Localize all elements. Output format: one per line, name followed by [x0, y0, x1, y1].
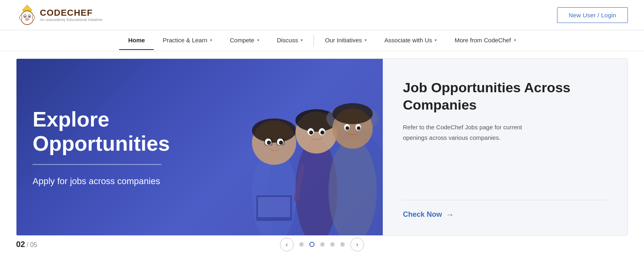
banner-left-panel: Explore Opportunities Apply for jobs acr… — [17, 59, 383, 235]
prev-arrow-button[interactable]: ‹ — [280, 238, 294, 251]
svg-point-8 — [20, 16, 22, 20]
new-user-button[interactable]: New User / Login — [557, 7, 628, 23]
svg-point-17 — [279, 141, 283, 145]
svg-point-6 — [29, 16, 30, 17]
nav-item-associate[interactable]: Associate with Us ▾ — [376, 31, 446, 50]
nav-item-home[interactable]: Home — [119, 31, 154, 50]
logo-codechef-text: CODECHEF — [40, 8, 103, 18]
nav-compete-label: Compete — [230, 37, 254, 44]
slide-separator: / — [27, 241, 28, 249]
banner-right-divider — [403, 200, 607, 200]
dot-2[interactable] — [310, 242, 315, 247]
logo: CODECHEF An unacademy Educational Initia… — [16, 4, 103, 26]
dot-4[interactable] — [330, 242, 335, 247]
banner-subtitle: Apply for jobs across companies — [33, 176, 246, 187]
initiatives-chevron-icon: ▾ — [365, 38, 367, 42]
nav-discuss-label: Discuss — [277, 37, 298, 44]
svg-rect-22 — [258, 197, 290, 217]
svg-point-34 — [332, 103, 373, 124]
svg-point-16 — [267, 141, 271, 145]
svg-point-28 — [309, 131, 313, 135]
logo-icon — [16, 4, 38, 26]
nav-more-label: More from CodeChef — [454, 37, 511, 44]
dot-5[interactable] — [341, 242, 345, 247]
banner-right-panel: Job Opportunities Across Companies Refer… — [383, 59, 627, 235]
more-chevron-icon: ▾ — [514, 38, 516, 42]
nav-home-label: Home — [128, 37, 145, 44]
next-arrow-button[interactable]: › — [351, 238, 364, 251]
check-now-arrow-icon: → — [446, 210, 454, 219]
banner-right-content: Job Opportunities Across Companies Refer… — [403, 79, 607, 143]
check-now-link[interactable]: Check Now → — [403, 210, 607, 219]
logo-text-block: CODECHEF An unacademy Educational Initia… — [40, 8, 103, 22]
banner-right-title: Job Opportunities Across Companies — [403, 79, 607, 113]
svg-point-38 — [357, 127, 361, 130]
nav-initiatives-label: Our Initiatives — [325, 37, 362, 44]
banner-controls: 02 / 05 ‹ › — [0, 236, 644, 253]
nav-item-compete[interactable]: Compete ▾ — [221, 31, 268, 50]
banner-divider — [33, 164, 161, 165]
svg-point-13 — [252, 118, 296, 143]
svg-point-9 — [33, 16, 35, 20]
banner-right-desc: Refer to the CodeChef Jobs page for curr… — [403, 122, 540, 143]
associate-chevron-icon: ▾ — [435, 38, 437, 42]
discuss-chevron-icon: ▾ — [301, 38, 303, 42]
main-banner: Explore Opportunities Apply for jobs acr… — [16, 58, 628, 236]
nav-item-discuss[interactable]: Discuss ▾ — [268, 31, 312, 50]
navbar: Home Practice & Learn ▾ Compete ▾ Discus… — [0, 30, 644, 51]
nav-associate-label: Associate with Us — [384, 37, 432, 44]
svg-point-5 — [25, 16, 26, 17]
banner-content: Explore Opportunities Apply for jobs acr… — [33, 108, 246, 187]
banner-title: Explore Opportunities — [33, 108, 246, 156]
nav-separator — [314, 35, 314, 46]
slide-current: 02 — [16, 240, 25, 249]
svg-point-2 — [21, 11, 34, 25]
svg-point-37 — [346, 127, 349, 130]
logo-area[interactable]: CODECHEF An unacademy Educational Initia… — [16, 4, 103, 26]
slide-navigation: ‹ › — [280, 238, 364, 251]
compete-chevron-icon: ▾ — [257, 38, 259, 42]
logo-sub-text: An unacademy Educational Initiative — [40, 18, 103, 22]
nav-item-initiatives[interactable]: Our Initiatives ▾ — [316, 31, 376, 50]
dot-3[interactable] — [320, 242, 325, 247]
practice-chevron-icon: ▾ — [210, 38, 212, 42]
dot-1[interactable] — [299, 242, 304, 247]
nav-item-practice[interactable]: Practice & Learn ▾ — [154, 31, 221, 50]
check-now-label: Check Now — [403, 210, 442, 219]
svg-point-29 — [320, 131, 324, 135]
slide-counter: 02 / 05 — [16, 240, 37, 249]
banner-right-bottom: Check Now → — [403, 188, 607, 219]
nav-practice-label: Practice & Learn — [163, 37, 207, 44]
svg-marker-0 — [22, 5, 32, 10]
header: CODECHEF An unacademy Educational Initia… — [0, 0, 644, 30]
slide-total: 05 — [30, 241, 37, 249]
nav-item-more[interactable]: More from CodeChef ▾ — [446, 31, 524, 50]
svg-point-7 — [25, 18, 29, 21]
